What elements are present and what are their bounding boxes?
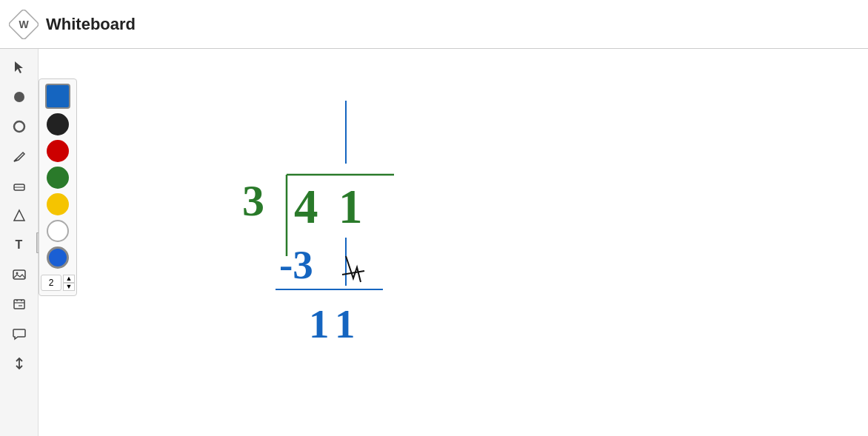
current-color-indicator[interactable] bbox=[45, 84, 70, 109]
svg-marker-2 bbox=[15, 61, 23, 73]
shapes-tool[interactable] bbox=[7, 203, 32, 228]
color-red[interactable] bbox=[47, 140, 69, 162]
app-title: Whiteboard bbox=[46, 15, 136, 34]
size-input[interactable]: 2 bbox=[41, 275, 61, 291]
svg-rect-9 bbox=[13, 270, 25, 279]
ring-tool[interactable] bbox=[7, 114, 32, 139]
pen-tool[interactable] bbox=[7, 144, 32, 169]
circle-tool[interactable] bbox=[7, 84, 32, 110]
color-yellow[interactable] bbox=[47, 193, 69, 215]
canvas-area[interactable] bbox=[39, 49, 868, 436]
main-layout: T ‹ bbox=[0, 49, 868, 436]
svg-point-10 bbox=[16, 272, 18, 275]
image-tool[interactable] bbox=[7, 262, 32, 287]
svg-point-4 bbox=[14, 121, 24, 132]
size-down-button[interactable]: ▼ bbox=[63, 283, 75, 291]
svg-rect-11 bbox=[14, 300, 24, 309]
comment-tool[interactable] bbox=[7, 321, 32, 346]
history-tool[interactable] bbox=[7, 292, 32, 317]
svg-marker-8 bbox=[14, 210, 24, 221]
size-control: 2 ▲ ▼ bbox=[41, 275, 75, 291]
color-panel: 2 ▲ ▼ bbox=[39, 78, 77, 296]
sort-tool[interactable] bbox=[7, 351, 32, 376]
whiteboard-canvas[interactable] bbox=[39, 49, 868, 436]
app-logo: W bbox=[9, 10, 39, 39]
color-black[interactable] bbox=[47, 113, 69, 135]
text-tool[interactable]: T bbox=[7, 232, 32, 258]
svg-point-3 bbox=[14, 92, 24, 102]
eraser-tool[interactable] bbox=[7, 173, 32, 198]
app-header: W Whiteboard bbox=[0, 0, 868, 49]
color-green[interactable] bbox=[47, 167, 69, 189]
color-blue[interactable] bbox=[47, 246, 69, 269]
size-up-button[interactable]: ▲ bbox=[63, 275, 75, 283]
svg-text:W: W bbox=[19, 19, 29, 30]
select-tool[interactable] bbox=[7, 55, 32, 80]
color-white[interactable] bbox=[47, 220, 69, 242]
left-toolbar: T ‹ bbox=[0, 49, 39, 436]
size-arrows: ▲ ▼ bbox=[63, 275, 75, 291]
